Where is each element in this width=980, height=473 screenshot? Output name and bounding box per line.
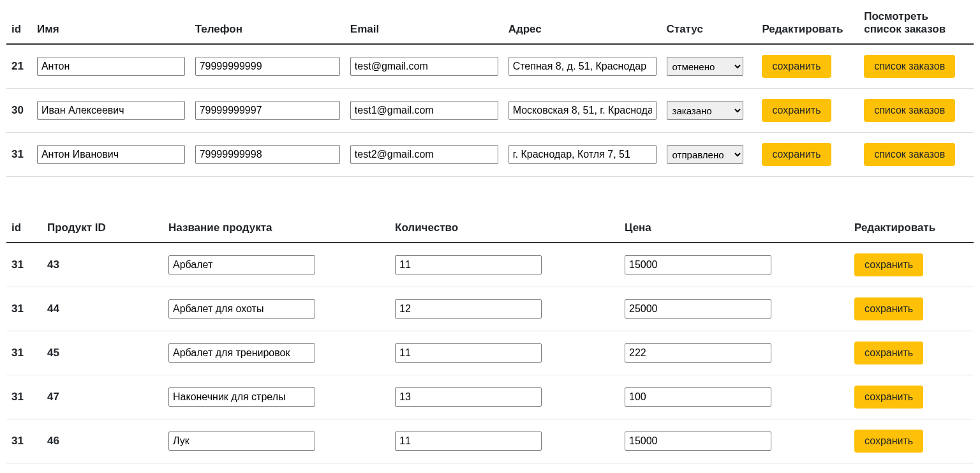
save-button[interactable]: сохранить [854, 342, 923, 364]
products-header-quantity: Количество [390, 215, 620, 243]
order-id: 31 [6, 287, 42, 331]
orders-list-button[interactable]: список заказов [864, 55, 955, 78]
customers-header-email: Email [345, 4, 503, 44]
product-price-input[interactable] [625, 387, 771, 407]
table-row: 3146сохранить [6, 419, 974, 463]
product-id: 45 [42, 331, 163, 375]
customer-phone-input[interactable] [195, 101, 340, 120]
table-row: 3143сохранить [6, 243, 974, 287]
products-header-price: Цена [620, 215, 849, 243]
customers-header-phone: Телефон [190, 4, 345, 44]
customers-header-edit: Редактировать [757, 4, 859, 44]
table-row: 30отмененозаказаноотправленосохранитьспи… [6, 89, 974, 133]
product-product-name-input[interactable] [168, 343, 315, 363]
customer-name-input[interactable] [37, 57, 185, 76]
customers-tbody: 21отмененозаказаноотправленосохранитьспи… [6, 44, 974, 177]
customer-phone-input[interactable] [195, 57, 340, 76]
customers-header-orders: Посмотреть список заказов [859, 4, 974, 44]
products-header-id: id [6, 215, 42, 243]
product-id: 47 [42, 375, 163, 419]
products-header-product-id: Продукт ID [42, 215, 163, 243]
products-header-edit: Редактировать [849, 215, 974, 243]
customer-email-input[interactable] [350, 145, 498, 164]
save-button[interactable]: сохранить [854, 297, 923, 320]
products-header-product-name: Название продукта [163, 215, 390, 243]
product-price-input[interactable] [625, 299, 771, 319]
product-product-name-input[interactable] [168, 387, 315, 407]
customer-id: 21 [6, 44, 32, 89]
table-row: 3145сохранить [6, 331, 974, 375]
product-id: 44 [42, 287, 163, 331]
orders-list-button[interactable]: список заказов [864, 99, 955, 122]
customers-header-name: Имя [32, 4, 190, 44]
product-product-name-input[interactable] [168, 299, 315, 319]
product-price-input[interactable] [625, 255, 771, 274]
customer-phone-input[interactable] [195, 145, 340, 164]
save-button[interactable]: сохранить [762, 55, 831, 78]
customer-id: 31 [6, 133, 32, 177]
product-quantity-input[interactable] [395, 432, 542, 451]
customer-status-select[interactable]: отмененозаказаноотправлено [667, 145, 743, 164]
customer-name-input[interactable] [37, 145, 185, 164]
product-quantity-input[interactable] [395, 299, 542, 319]
save-button[interactable]: сохранить [762, 143, 831, 166]
customer-address-input[interactable] [509, 101, 657, 120]
table-row: 3144сохранить [6, 287, 974, 331]
customer-address-input[interactable] [509, 145, 657, 164]
order-id: 31 [6, 331, 42, 375]
save-button[interactable]: сохранить [854, 253, 923, 276]
customers-header-id: id [6, 4, 32, 44]
product-id: 46 [42, 419, 163, 463]
table-row: 21отмененозаказаноотправленосохранитьспи… [6, 44, 974, 89]
order-id: 31 [6, 419, 42, 463]
customer-id: 30 [6, 89, 32, 133]
order-id: 31 [6, 375, 42, 419]
customers-header-address: Адрес [503, 4, 662, 44]
product-quantity-input[interactable] [395, 255, 542, 274]
save-button[interactable]: сохранить [854, 386, 923, 409]
save-button[interactable]: сохранить [854, 430, 923, 453]
customer-email-input[interactable] [350, 57, 498, 76]
product-price-input[interactable] [625, 432, 771, 451]
orders-list-button[interactable]: список заказов [864, 143, 955, 166]
products-tbody: 3143сохранить3144сохранить3145сохранить3… [6, 243, 974, 463]
product-quantity-input[interactable] [395, 387, 542, 407]
product-quantity-input[interactable] [395, 343, 542, 363]
order-id: 31 [6, 243, 42, 287]
table-row: 3147сохранить [6, 375, 974, 419]
product-id: 43 [42, 243, 163, 287]
customer-status-select[interactable]: отмененозаказаноотправлено [667, 101, 743, 120]
product-price-input[interactable] [625, 343, 771, 363]
customer-address-input[interactable] [509, 57, 657, 76]
table-row: 31отмененозаказаноотправленосохранитьспи… [6, 133, 974, 177]
customers-table: id Имя Телефон Email Адрес Статус Редакт… [6, 4, 974, 177]
products-table: id Продукт ID Название продукта Количест… [6, 215, 974, 463]
product-product-name-input[interactable] [168, 255, 315, 274]
save-button[interactable]: сохранить [762, 99, 831, 122]
customers-header-status: Статус [662, 4, 757, 44]
product-product-name-input[interactable] [168, 432, 315, 451]
customer-email-input[interactable] [350, 101, 498, 120]
customer-status-select[interactable]: отмененозаказаноотправлено [667, 57, 743, 76]
customer-name-input[interactable] [37, 101, 185, 120]
